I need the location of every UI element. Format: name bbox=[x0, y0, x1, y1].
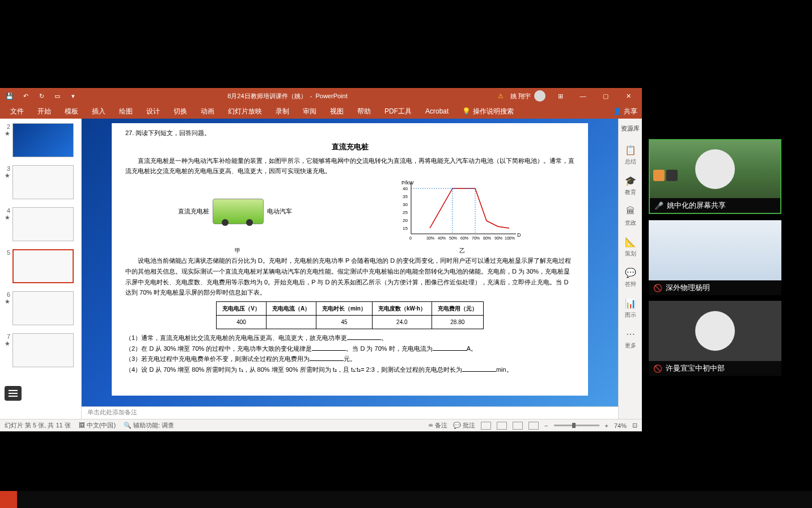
tab-slideshow[interactable]: 幻灯片放映 bbox=[222, 104, 268, 119]
slide-title: 直流充电桩 bbox=[125, 141, 574, 153]
svg-text:90%: 90% bbox=[494, 236, 502, 240]
comments-button[interactable]: 💬 批注 bbox=[453, 421, 475, 430]
more-qat-icon[interactable]: ▾ bbox=[69, 92, 77, 100]
share-button[interactable]: 👤 共享 bbox=[613, 107, 637, 116]
participant-3[interactable]: 🚫 许曼宜宝中初中部 bbox=[649, 301, 781, 376]
chart-figure: P/kW D 15 20 25 30 35 40 bbox=[397, 180, 522, 242]
save-icon[interactable]: 💾 bbox=[6, 92, 14, 100]
paragraph-1: 直流充电桩是一种为电动汽车补给能量的装置，如图甲所示，它能够将电网中的交流电转化… bbox=[125, 156, 574, 177]
svg-text:0: 0 bbox=[409, 236, 412, 240]
svg-text:D: D bbox=[517, 232, 521, 238]
svg-text:35: 35 bbox=[403, 194, 408, 199]
zoom-level[interactable]: 74% bbox=[614, 422, 627, 429]
normal-view-button[interactable] bbox=[481, 422, 491, 430]
thumbnail-4[interactable]: 4★ bbox=[0, 206, 81, 248]
res-more[interactable]: ⋯更多 bbox=[624, 327, 637, 350]
tab-draw[interactable]: 绘图 bbox=[113, 104, 138, 119]
data-table: 充电电压（V） 充电电流（A） 充电时长（min） 充电度数（kW·h） 充电费… bbox=[216, 301, 484, 329]
mic-muted-icon: 🚫 bbox=[653, 284, 662, 292]
res-summary[interactable]: 📋总结 bbox=[624, 143, 637, 166]
tab-file[interactable]: 文件 bbox=[5, 104, 29, 119]
minimize-button[interactable]: — bbox=[575, 88, 591, 104]
figure-row: 直流充电桩 电动汽车 P/kW D bbox=[125, 180, 574, 242]
tab-acrobat[interactable]: Acrobat bbox=[420, 105, 454, 117]
slide-canvas[interactable]: 27. 阅读下列短文，回答问题。 直流充电桩 直流充电桩是一种为电动汽车补给能量… bbox=[112, 123, 588, 396]
lightbulb-icon: 💡 bbox=[462, 107, 471, 115]
zoom-slider[interactable] bbox=[554, 425, 599, 426]
resource-title: 资源库 bbox=[621, 122, 640, 135]
chart-ylabel: P/kW bbox=[401, 180, 414, 186]
mic-muted-icon: 🚫 bbox=[653, 364, 662, 373]
powerpoint-window: 💾 ↶ ↻ ▭ ▾ 8月24日教师培训课件（姚） - PowerPoint ⚠ … bbox=[0, 88, 642, 431]
undo-icon[interactable]: ↶ bbox=[22, 92, 29, 100]
tab-home[interactable]: 开始 bbox=[32, 104, 57, 119]
participant-2[interactable]: 🚫 深外物理杨明 bbox=[649, 220, 781, 295]
svg-text:80%: 80% bbox=[483, 236, 491, 240]
tab-pdf[interactable]: PDF工具 bbox=[379, 104, 417, 119]
tab-record[interactable]: 录制 bbox=[270, 104, 295, 119]
redo-icon[interactable]: ↻ bbox=[37, 92, 45, 100]
summary-icon: 📋 bbox=[624, 143, 637, 157]
thumbnail-5[interactable]: 5 bbox=[0, 248, 81, 290]
res-education[interactable]: 🎓教育 bbox=[624, 174, 637, 196]
svg-text:50%: 50% bbox=[449, 236, 457, 240]
svg-text:70%: 70% bbox=[472, 236, 480, 240]
res-defense[interactable]: 💬答辩 bbox=[624, 266, 637, 288]
ribbon-options-icon[interactable]: ⊞ bbox=[552, 88, 568, 104]
close-button[interactable]: ✕ bbox=[620, 88, 636, 104]
zoom-in-button[interactable]: + bbox=[605, 422, 608, 429]
accessibility-check[interactable]: 🔍 辅助功能: 调查 bbox=[124, 421, 174, 430]
badge-icon bbox=[666, 170, 678, 181]
participant-3-name: 许曼宜宝中初中部 bbox=[666, 363, 725, 373]
thumbnail-3[interactable]: 3★ bbox=[0, 164, 81, 206]
notes-button[interactable]: ≐ 备注 bbox=[428, 421, 447, 430]
slideshow-view-button[interactable] bbox=[528, 422, 539, 430]
res-plan[interactable]: 📐策划 bbox=[624, 235, 637, 258]
fig-label-right: 电动汽车 bbox=[267, 206, 292, 217]
res-party[interactable]: 🏛党政 bbox=[624, 204, 637, 227]
svg-text:20: 20 bbox=[403, 218, 408, 223]
slide-position: 幻灯片 第 5 张, 共 11 张 bbox=[5, 421, 71, 430]
taskbar-app-icon[interactable] bbox=[0, 491, 17, 508]
fit-view-button[interactable]: ⊡ bbox=[632, 422, 637, 429]
taskbar-item[interactable] bbox=[17, 497, 31, 502]
participant-1[interactable]: 🎤 姚中化的屏幕共享 bbox=[649, 139, 781, 214]
notes-bar[interactable]: 单击此处添加备注 bbox=[82, 406, 618, 419]
diagram-icon: 📊 bbox=[624, 296, 637, 310]
thumbnail-panel[interactable]: 2★ 3★ 4★ 5 6★ bbox=[0, 119, 82, 419]
tab-review[interactable]: 审阅 bbox=[297, 104, 322, 119]
svg-text:25: 25 bbox=[403, 210, 408, 215]
slideshow-icon[interactable]: ▭ bbox=[53, 92, 61, 100]
participant-1-video bbox=[650, 140, 780, 198]
reading-view-button[interactable] bbox=[513, 422, 523, 430]
svg-text:60%: 60% bbox=[460, 236, 468, 240]
tab-view[interactable]: 视图 bbox=[324, 104, 349, 119]
party-icon: 🏛 bbox=[624, 204, 637, 218]
maximize-button[interactable]: ▢ bbox=[598, 88, 614, 104]
user-badge[interactable]: 姚 翔宇 bbox=[510, 90, 545, 102]
participant-2-video bbox=[649, 220, 781, 280]
tab-help[interactable]: 帮助 bbox=[352, 104, 377, 119]
sorter-view-button[interactable] bbox=[497, 422, 507, 430]
question-number: 27. 阅读下列短文，回答问题。 bbox=[125, 128, 574, 138]
thumbnail-2[interactable]: 2★ bbox=[0, 122, 81, 164]
taskbar[interactable] bbox=[0, 491, 812, 508]
badge-icon bbox=[653, 170, 665, 181]
thumbnail-6[interactable]: 6★ bbox=[0, 290, 81, 332]
tab-transitions[interactable]: 切换 bbox=[168, 104, 193, 119]
tab-template[interactable]: 模板 bbox=[59, 104, 84, 119]
defense-icon: 💬 bbox=[624, 266, 637, 279]
tab-animations[interactable]: 动画 bbox=[195, 104, 220, 119]
zoom-out-button[interactable]: − bbox=[544, 422, 548, 429]
res-diagram[interactable]: 📊图示 bbox=[624, 296, 637, 319]
car-illustration bbox=[213, 199, 264, 224]
tab-design[interactable]: 设计 bbox=[141, 104, 166, 119]
tell-me[interactable]: 💡 操作说明搜索 bbox=[456, 104, 519, 119]
hamburger-button[interactable] bbox=[5, 386, 22, 401]
share-icon: 👤 bbox=[613, 107, 621, 115]
paragraph-2: 设电池当前储能占充满状态储能的百分比为 D。充电时，充电桩的充电功率 P 会随着… bbox=[125, 255, 574, 298]
tab-insert[interactable]: 插入 bbox=[86, 104, 111, 119]
lang-indicator[interactable]: 🖽 中文(中国) bbox=[79, 421, 116, 430]
thumbnail-7[interactable]: 7★ bbox=[0, 332, 81, 374]
avatar-icon bbox=[695, 311, 735, 351]
